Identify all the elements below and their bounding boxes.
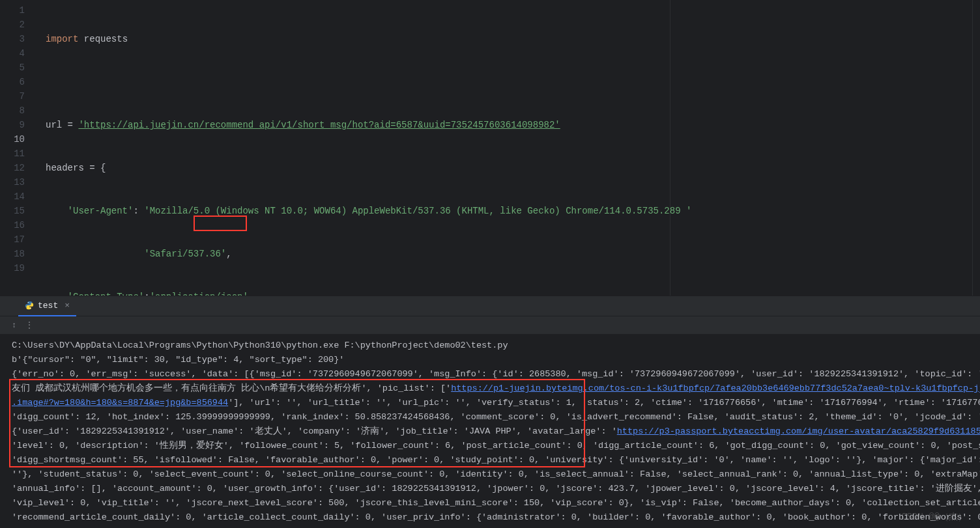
console-line: b'{"cursor": "0", "limit": 30, "id_type"… bbox=[12, 353, 980, 367]
code-content[interactable]: import requests url = 'https://api.jueji… bbox=[46, 0, 980, 296]
right-gutter bbox=[972, 0, 980, 296]
svg-point-0 bbox=[28, 302, 29, 303]
console-line: 'vip_level': 0, 'vip_title': '', 'jscore… bbox=[12, 496, 980, 510]
console-line: 'recommend_article_count_daily': 0, 'art… bbox=[12, 510, 980, 525]
url-link[interactable]: https://p3-passport.byteacctimg.com/img/… bbox=[617, 426, 980, 436]
console-line: 'annual_info': [], 'account_amount': 0, … bbox=[12, 482, 980, 496]
svg-point-1 bbox=[30, 308, 31, 309]
console-toolbar: ↕ ⋮ bbox=[0, 316, 980, 335]
highlight-box bbox=[9, 379, 585, 467]
line-gutter: 1 2 3 4 5 6 7 8 9 10 11 12 13 14 15 16 1… bbox=[0, 0, 38, 296]
console-line: ''}, 'student_status': 0, 'select_event_… bbox=[12, 467, 980, 482]
code-editor[interactable]: 1 2 3 4 5 6 7 8 9 10 11 12 13 14 15 16 1… bbox=[0, 0, 980, 296]
console-line: C:\Users\DY\AppData\Local\Programs\Pytho… bbox=[12, 339, 980, 353]
close-icon[interactable]: × bbox=[62, 301, 70, 311]
watermark: CSDN @@（杰） bbox=[901, 511, 967, 523]
run-tab-bar: test × bbox=[0, 296, 980, 316]
scroll-icon[interactable]: ↕ bbox=[12, 321, 16, 330]
run-tab-label: test bbox=[38, 301, 58, 311]
more-icon[interactable]: ⋮ bbox=[25, 320, 33, 330]
console-output[interactable]: C:\Users\DY\AppData\Local\Programs\Pytho… bbox=[0, 335, 980, 528]
python-icon bbox=[25, 301, 34, 310]
run-tab-test[interactable]: test × bbox=[18, 296, 76, 316]
highlight-box bbox=[194, 215, 247, 231]
